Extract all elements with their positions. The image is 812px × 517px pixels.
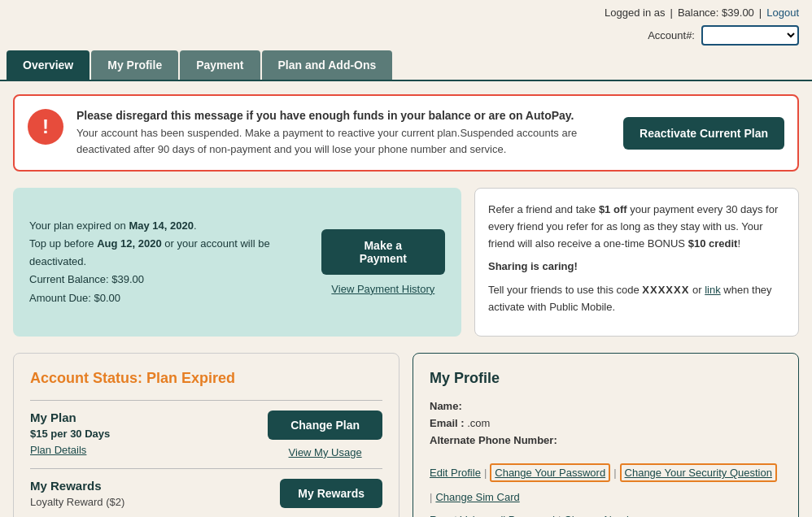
plan-details-link[interactable]: Plan Details (30, 444, 86, 456)
make-payment-btn[interactable]: Make a Payment (321, 229, 445, 275)
change-security-link[interactable]: Change Your Security Question (620, 463, 777, 482)
referral-text: Refer a friend and take $1 off your paym… (488, 202, 785, 252)
referral-card: Refer a friend and take $1 off your paym… (474, 188, 799, 337)
profile-alt-phone-field: Alternate Phone Number: (430, 434, 782, 446)
my-profile-title: My Profile (430, 370, 782, 387)
profile-email-field: Email : .com (430, 417, 782, 429)
sharing-text: Tell your friends to use this code XXXXX… (488, 282, 785, 316)
loyalty-reward: Loyalty Reward ($2) (30, 496, 124, 508)
account-status-title: Account Status: Plan Expired (30, 370, 382, 387)
amount-due-text: Amount Due: $0.00 (29, 289, 321, 307)
change-password-link[interactable]: Change Your Password (490, 463, 610, 482)
profile-name-field: Name: (430, 400, 782, 412)
balance-separator: | (670, 7, 672, 19)
account-select[interactable] (701, 25, 799, 46)
expired-text: Your plan expired on May 14, 2020. (29, 217, 321, 235)
balance-label: Balance: $39.00 (678, 7, 754, 19)
rewards-left: My Rewards Loyalty Reward ($2) (30, 479, 124, 508)
change-sim-link[interactable]: Change Sim Card (435, 491, 519, 503)
tab-my-profile[interactable]: My Profile (91, 50, 178, 80)
change-plan-btn[interactable]: Change Plan (268, 411, 382, 440)
edit-profile-link[interactable]: Edit Profile (430, 467, 481, 479)
alert-title: Please disregard this message if you hav… (76, 109, 574, 122)
my-profile-card: My Profile Name: Email : .com Alternate … (413, 353, 799, 517)
logged-in-label: Logged in as (605, 7, 665, 19)
plan-right: Change Plan View My Usage (268, 411, 382, 458)
my-rewards-heading: My Rewards (30, 479, 124, 493)
referral-link[interactable]: link (705, 284, 721, 296)
bottom-row: Account Status: Plan Expired My Plan $15… (13, 353, 799, 517)
logout-link[interactable]: Logout (766, 7, 799, 19)
profile-links: Edit Profile | Change Your Password | Ch… (430, 463, 782, 517)
main-content: ! Please disregard this message if you h… (0, 94, 812, 517)
plan-price: $15 per 30 Days (30, 428, 110, 440)
alert-text: Please disregard this message if you hav… (76, 109, 610, 157)
plan-info-right: Make a Payment View Payment History (321, 229, 445, 295)
reactivate-btn[interactable]: Reactivate Current Plan (623, 117, 784, 150)
status-divider (30, 400, 382, 401)
plan-info-left: Your plan expired on May 14, 2020. Top u… (29, 217, 321, 306)
account-select-row: Account#: (0, 25, 812, 50)
account-status-card: Account Status: Plan Expired My Plan $15… (13, 353, 399, 517)
profile-links-row: Edit Profile | Change Your Password | Ch… (430, 463, 782, 508)
tab-overview[interactable]: Overview (7, 50, 89, 80)
reset-voicemail-link[interactable]: Reset Voicemail Password (430, 514, 555, 517)
plan-left: My Plan $15 per 30 Days Plan Details (30, 411, 110, 456)
topup-text: Top up before Aug 12, 2020 or your accou… (29, 235, 321, 271)
status-divider-2 (30, 468, 382, 469)
alert-icon: ! (28, 109, 63, 145)
change-number-link[interactable]: Change Number (564, 514, 641, 517)
alert-box: ! Please disregard this message if you h… (13, 94, 799, 172)
account-status-value: Plan Expired (146, 370, 235, 386)
top-bar: Logged in as | Balance: $39.00 | Logout (0, 0, 812, 25)
sharing-title: Sharing is caring! (488, 258, 785, 276)
nav-tabs: Overview My Profile Payment Plan and Add… (0, 50, 812, 80)
nav-divider (0, 80, 812, 81)
my-plan-heading: My Plan (30, 411, 110, 424)
rewards-row: My Rewards Loyalty Reward ($2) My Reward… (30, 479, 382, 508)
logout-separator: | (759, 7, 762, 19)
plan-info-card: Your plan expired on May 14, 2020. Top u… (13, 188, 461, 337)
view-history-link[interactable]: View Payment History (331, 283, 434, 295)
middle-row: Your plan expired on May 14, 2020. Top u… (13, 188, 799, 337)
my-rewards-btn[interactable]: My Rewards (280, 479, 382, 508)
alert-body: Your account has been suspended. Make a … (76, 125, 610, 157)
profile-links-row-2: Reset Voicemail Password | Change Number (430, 510, 782, 517)
account-label: Account#: (648, 29, 695, 41)
tab-payment[interactable]: Payment (180, 50, 260, 80)
view-usage-link[interactable]: View My Usage (289, 446, 362, 458)
balance-text: Current Balance: $39.00 (29, 271, 321, 289)
tab-plan-addons[interactable]: Plan and Add-Ons (262, 50, 393, 80)
plan-row: My Plan $15 per 30 Days Plan Details Cha… (30, 411, 382, 458)
